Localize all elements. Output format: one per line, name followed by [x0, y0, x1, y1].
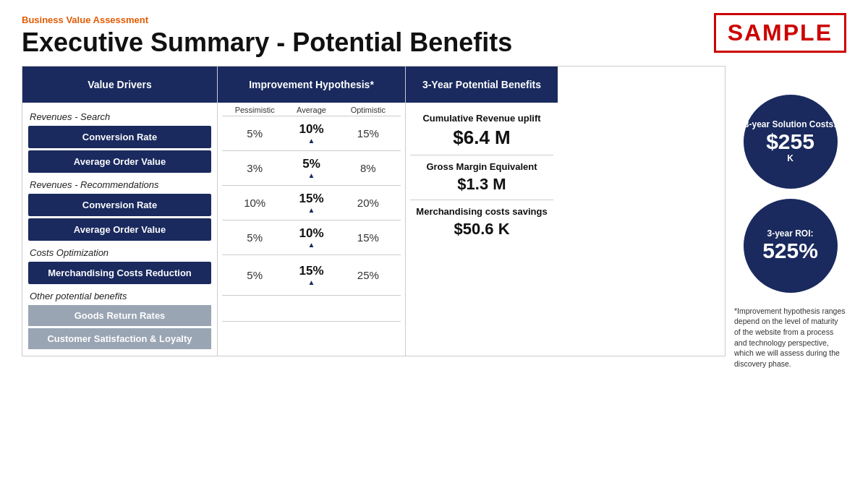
gross-title: Gross Margin Equivalent — [413, 161, 550, 172]
imp-r-aov-a: 10% — [283, 226, 339, 249]
col-benefits: 3-Year Potential Benefits Cumulative Rev… — [406, 67, 558, 356]
col1-body: Revenues - Search Conversion Rate Averag… — [22, 103, 217, 356]
imp-s-conv-o: 15% — [340, 127, 396, 140]
cumulative-title: Cumulative Revenue uplift — [413, 113, 550, 124]
driver-rec-aov: Average Order Value — [28, 218, 211, 241]
driver-rec-conversion: Conversion Rate — [28, 194, 211, 216]
circle-costs-label: 3-year Solution Costs: — [744, 119, 836, 129]
imp-row-search-conv: 5% 10% 15% — [222, 116, 401, 151]
imp-row-merch: 5% 15% 25% — [222, 255, 401, 296]
table-area: Value Drivers Revenues - Search Conversi… — [22, 66, 726, 356]
imp-s-aov-p: 3% — [226, 162, 283, 174]
imp-row-goods — [222, 296, 401, 322]
sub-average: Average — [283, 106, 339, 114]
circle-costs-value: $255 — [766, 129, 814, 153]
driver-merch-costs: Merchandising Costs Reduction — [28, 262, 211, 284]
imp-s-conv-a: 10% — [283, 122, 339, 145]
imp-s-aov-o: 8% — [340, 162, 396, 174]
col-improvement: Improvement Hypothesis* Pessimistic Aver… — [218, 67, 406, 356]
page-wrapper: SAMPLE Business Value Assessment Executi… — [0, 0, 868, 488]
circle-roi-value: 525% — [762, 239, 818, 262]
col-value-drivers: Value Drivers Revenues - Search Conversi… — [22, 67, 218, 356]
imp-r-aov-p: 5% — [226, 231, 283, 244]
col2-header: Improvement Hypothesis* — [218, 67, 405, 103]
imp-m-a: 15% — [283, 264, 339, 286]
imp-s-conv-p: 5% — [226, 127, 283, 140]
imp-r-conv-p: 10% — [226, 197, 283, 209]
benefit-merch: Merchandising costs savings $50.6 K — [410, 200, 553, 244]
sample-badge: SAMPLE — [714, 13, 846, 53]
col3-header: 3-Year Potential Benefits — [406, 67, 558, 103]
sub-optimistic: Optimistic — [340, 106, 396, 114]
merch-value: $50.6 K — [413, 220, 550, 239]
footnote: *Improvement hypothesis ranges depend on… — [734, 306, 846, 369]
circle-roi: 3-year ROI: 525% — [744, 199, 838, 293]
imp-r-conv-o: 20% — [340, 197, 396, 209]
right-side: 3-year Solution Costs: $255 K 3-year ROI… — [734, 66, 846, 369]
benefit-cumulative: Cumulative Revenue uplift $6.4 M — [410, 107, 553, 155]
sub-pessimistic: Pessimistic — [226, 106, 283, 114]
imp-m-o: 25% — [340, 269, 396, 281]
main-content: Value Drivers Revenues - Search Conversi… — [22, 66, 846, 481]
section-revenues-search-label: Revenues - Search — [28, 107, 211, 124]
section-costs-label: Costs Optimization — [28, 243, 211, 260]
imp-row-loyalty — [222, 322, 401, 348]
benefit-gross: Gross Margin Equivalent $1.3 M — [410, 155, 553, 200]
driver-search-aov: Average Order Value — [28, 150, 211, 173]
other-label: Other potential benefits — [28, 286, 211, 303]
imp-row-rec-aov: 5% 10% 15% — [222, 221, 401, 255]
col2-body: Pessimistic Average Optimistic 5% 10% 15… — [218, 103, 405, 348]
gross-value: $1.3 M — [413, 175, 550, 194]
customer-satisfaction-bar: Customer Satisfaction & Loyalty — [28, 328, 211, 349]
circle-costs: 3-year Solution Costs: $255 K — [744, 95, 838, 189]
circle-roi-label: 3-year ROI: — [767, 228, 813, 239]
imp-sub-headers: Pessimistic Average Optimistic — [222, 103, 401, 116]
section-revenues-rec-label: Revenues - Recommendations — [28, 175, 211, 192]
cumulative-value: $6.4 M — [413, 127, 550, 149]
imp-row-search-aov: 3% 5% 8% — [222, 151, 401, 186]
imp-s-aov-a: 5% — [283, 157, 339, 179]
merch-title: Merchandising costs savings — [413, 206, 550, 217]
imp-row-rec-conv: 10% 15% 20% — [222, 186, 401, 221]
col3-body: Cumulative Revenue uplift $6.4 M Gross M… — [406, 103, 558, 249]
goods-return-bar: Goods Return Rates — [28, 305, 211, 326]
imp-m-p: 5% — [226, 269, 283, 281]
circle-costs-unit: K — [787, 153, 793, 163]
col1-header: Value Drivers — [22, 67, 217, 103]
imp-r-aov-o: 15% — [340, 231, 396, 244]
driver-search-conversion: Conversion Rate — [28, 126, 211, 148]
imp-r-conv-a: 15% — [283, 192, 339, 214]
